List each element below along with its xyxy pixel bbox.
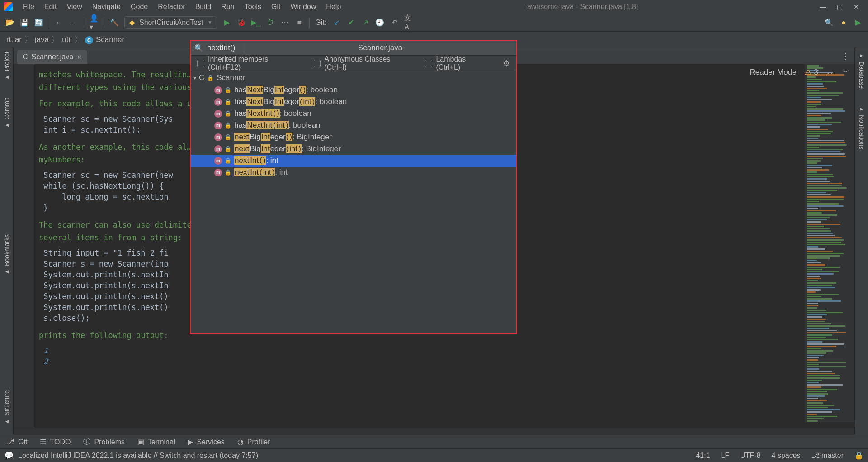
forward-icon[interactable]: →: [69, 18, 78, 27]
gear-icon[interactable]: ⚙: [503, 58, 510, 68]
code-minimap[interactable]: [805, 64, 854, 422]
method-icon: m: [214, 145, 222, 153]
maximize-button[interactable]: ▢: [837, 3, 843, 10]
debug-icon[interactable]: 🐞: [237, 18, 246, 27]
run-with-coverage-icon[interactable]: 👤▾: [90, 18, 99, 27]
caret-position[interactable]: 41:1: [696, 452, 710, 460]
toolwindow-structure[interactable]: ▸Structure: [3, 390, 10, 426]
breadcrumb-java[interactable]: java: [33, 35, 51, 44]
toolwindow-icon: ▸: [858, 52, 865, 59]
search-icon: 🔍: [194, 44, 203, 52]
sync-icon[interactable]: 🔄: [34, 18, 43, 27]
line-separator[interactable]: LF: [721, 452, 730, 460]
tree-item[interactable]: m🔒hasNextInt(): boolean: [191, 108, 516, 119]
profile-icon[interactable]: ⏱: [266, 18, 275, 27]
save-all-icon[interactable]: 💾: [20, 18, 29, 27]
dropdown-icon: ▼: [208, 20, 212, 25]
build-icon[interactable]: 🔨: [110, 18, 119, 27]
code-line: while (sc.hasNextLong()) {: [43, 181, 164, 191]
tree-item[interactable]: m🔒nextInt(int): int: [191, 167, 516, 178]
git-commit-icon[interactable]: ✔: [346, 18, 355, 27]
popup-title: Scanner.java: [244, 43, 516, 52]
toolwindow-services[interactable]: ▶Services: [188, 438, 224, 446]
git-history-icon[interactable]: 🕘: [375, 18, 384, 27]
menu-edit[interactable]: Edit: [40, 1, 61, 13]
stop-icon[interactable]: ■: [295, 18, 304, 27]
menu-tools[interactable]: Tools: [240, 1, 266, 13]
toolwindow-icon: ▸: [5, 269, 8, 276]
open-file-icon[interactable]: 📂: [5, 18, 14, 27]
git-push-icon[interactable]: ↗: [361, 18, 370, 27]
code-line: s.close();: [43, 314, 90, 323]
search-icon[interactable]: 🔍: [825, 18, 834, 27]
git-branch[interactable]: ⎇ master: [811, 451, 844, 460]
toolwindow-commit[interactable]: ▸Commit: [3, 98, 10, 129]
tree-root-scanner[interactable]: ▾ C 🔒 Scanner: [191, 71, 516, 84]
run-configuration-selector[interactable]: ◆ ShortCircuitAndTest ▼: [124, 16, 217, 29]
code-with-me-icon[interactable]: ▶: [854, 18, 863, 27]
popup-search-input[interactable]: [207, 43, 239, 52]
indent-setting[interactable]: 4 spaces: [772, 452, 801, 460]
attach-icon[interactable]: ⋯: [280, 18, 289, 27]
menu-navigate[interactable]: Navigate: [88, 1, 125, 13]
filter-anon-checkbox[interactable]: Anonymous Classes (Ctrl+I): [314, 55, 415, 71]
next-highlight-icon[interactable]: ﹀: [842, 67, 850, 77]
breadcrumb-rt.jar[interactable]: rt.jar: [5, 35, 24, 44]
lock-icon[interactable]: 🔒: [854, 451, 863, 460]
toolwindow-project[interactable]: ▸Project: [3, 52, 10, 81]
lock-icon: 🔒: [225, 134, 231, 140]
breadcrumb-util[interactable]: util: [60, 35, 74, 44]
warnings-badge[interactable]: ⚠3: [805, 67, 818, 77]
menu-help[interactable]: Help: [321, 1, 345, 13]
popup-tree: ▾ C 🔒 Scanner m🔒hasNextBigInteger(): boo…: [191, 71, 516, 333]
editor-tab-scanner[interactable]: C Scanner.java ✕: [17, 50, 87, 64]
tree-item[interactable]: m🔒hasNextInt(int): boolean: [191, 119, 516, 131]
filter-inherited-checkbox[interactable]: Inherited members (Ctrl+F12): [197, 55, 303, 71]
filter-lambda-checkbox[interactable]: Lambdas (Ctrl+L): [425, 55, 492, 71]
reader-mode-toggle[interactable]: Reader Mode: [750, 68, 797, 77]
toolwindow-bookmarks[interactable]: ▸Bookmarks: [3, 234, 10, 276]
problems-icon: ⓘ: [83, 437, 90, 447]
minimize-button[interactable]: —: [820, 3, 826, 10]
back-icon[interactable]: ←: [55, 18, 64, 27]
checkbox-icon: [197, 60, 204, 67]
run-icon[interactable]: ▶: [222, 18, 231, 27]
file-encoding[interactable]: UTF-8: [740, 452, 760, 460]
menu-view[interactable]: View: [62, 1, 86, 13]
method-signature: nextInt(int): int: [234, 168, 288, 177]
git-update-icon[interactable]: ↙: [332, 18, 341, 27]
menu-file[interactable]: File: [18, 1, 39, 13]
close-tab-icon[interactable]: ✕: [77, 54, 82, 61]
toolwindow-notifications[interactable]: ▸Notifications: [858, 105, 865, 149]
ide-updates-icon[interactable]: ●: [839, 18, 848, 27]
tab-overflow-icon[interactable]: ⋮: [837, 48, 854, 64]
menu-git[interactable]: Git: [267, 1, 285, 13]
menu-run[interactable]: Run: [217, 1, 239, 13]
menu-build[interactable]: Build: [191, 1, 216, 13]
tree-item[interactable]: m🔒nextBigInteger(): BigInteger: [191, 131, 516, 143]
translate-icon[interactable]: 文A: [404, 18, 413, 27]
toolwindow-git[interactable]: ⎇Git: [6, 438, 27, 446]
coverage-icon[interactable]: ▶⎯: [251, 18, 260, 27]
code-line: Scanner sc = new Scanner(Sys: [43, 114, 173, 124]
notification-icon[interactable]: 💬: [5, 451, 14, 460]
toolwindow-terminal[interactable]: ▣Terminal: [137, 438, 175, 446]
toolwindow-profiler[interactable]: ◔Profiler: [237, 438, 270, 446]
menu-refactor[interactable]: Refactor: [153, 1, 189, 13]
horizontal-scrollbar[interactable]: [14, 428, 854, 435]
tree-item[interactable]: m🔒hasNextBigInteger(int): boolean: [191, 96, 516, 108]
tree-item[interactable]: m🔒hasNextBigInteger(): boolean: [191, 84, 516, 96]
prev-highlight-icon[interactable]: ︿: [826, 67, 834, 77]
tree-item[interactable]: m🔒nextBigInteger(int): BigInteger: [191, 143, 516, 155]
breadcrumb-leaf[interactable]: CScanner: [83, 35, 126, 44]
close-button[interactable]: ✕: [854, 3, 859, 10]
tree-item[interactable]: m🔒nextInt(): int: [191, 155, 516, 167]
toolwindow-database[interactable]: ▸Database: [858, 52, 865, 89]
menu-window[interactable]: Window: [286, 1, 321, 13]
code-line: 2: [43, 357, 48, 366]
toolwindow-problems[interactable]: ⓘProblems: [83, 437, 125, 447]
git-rollback-icon[interactable]: ↶: [390, 18, 399, 27]
popup-search-field[interactable]: 🔍: [191, 43, 244, 52]
toolwindow-todo[interactable]: ☰TODO: [40, 438, 71, 446]
menu-code[interactable]: Code: [126, 1, 152, 13]
